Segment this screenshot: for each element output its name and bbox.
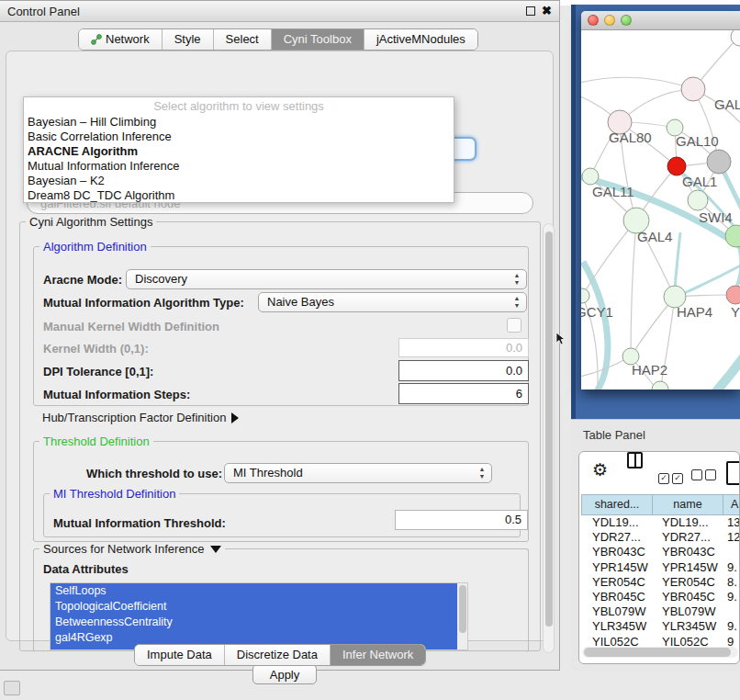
tab-label: Select bbox=[226, 29, 259, 50]
network-edge[interactable] bbox=[581, 77, 693, 89]
network-node[interactable] bbox=[688, 190, 708, 210]
network-edge[interactable] bbox=[582, 220, 636, 296]
node-label: HAP2 bbox=[632, 362, 667, 378]
checked-pair-icon[interactable]: ✓✓ bbox=[658, 468, 686, 484]
settings-scrollbar[interactable] bbox=[543, 223, 555, 653]
network-node[interactable] bbox=[581, 288, 589, 303]
table-row[interactable]: YDR27...YDR27...12 bbox=[581, 530, 740, 545]
table-row[interactable]: YDL19...YDL19...13 bbox=[581, 515, 740, 530]
algorithm-option[interactable]: Mutual Information Inference bbox=[24, 159, 454, 174]
algorithm-option[interactable]: Dream8 DC_TDC Algorithm bbox=[24, 188, 454, 203]
data-attribute-item[interactable]: SelfLoops bbox=[50, 583, 457, 599]
network-canvas[interactable]: GALGAL80GAL10GAL1GAL11SWI4GAL4GCY1HAP4YH… bbox=[581, 30, 740, 390]
tab-select[interactable]: Select bbox=[214, 29, 272, 50]
mac-zoom-button[interactable] bbox=[621, 15, 632, 26]
data-attributes-label: Data Attributes bbox=[43, 562, 129, 576]
apply-button[interactable]: Apply bbox=[252, 664, 317, 684]
mi-steps-label: Mutual Information Steps: bbox=[43, 388, 190, 401]
table-cell: 9. bbox=[723, 590, 740, 604]
mi-threshold-field[interactable]: 0.5 bbox=[395, 510, 528, 530]
cyni-algorithm-settings-group: Cyni Algorithm Settings Algorithm Defini… bbox=[19, 221, 541, 651]
table-cell bbox=[723, 604, 740, 619]
node-label: SWI4 bbox=[699, 209, 733, 225]
mi-type-select[interactable]: Naive Bayes ▲▼ bbox=[258, 292, 527, 312]
data-attribute-item[interactable]: TopologicalCoefficient bbox=[50, 599, 457, 615]
control-panel-title: Control Panel bbox=[7, 5, 80, 18]
list-scrollbar[interactable] bbox=[457, 583, 467, 649]
table-column-header[interactable]: shared... bbox=[581, 494, 653, 515]
table-header-row: shared...nameA bbox=[581, 494, 740, 515]
algorithm-option[interactable]: ARACNE Algorithm bbox=[24, 144, 454, 159]
table-cell: 13 bbox=[723, 515, 740, 530]
network-edge[interactable] bbox=[684, 352, 740, 390]
network-edge[interactable] bbox=[583, 262, 608, 390]
algorithm-option[interactable]: Bayesian – Hill Climbing bbox=[24, 115, 454, 130]
cyni-toolbox-panel: galFiltered.sif default node Select algo… bbox=[6, 51, 554, 641]
gear-icon[interactable]: ⚙ bbox=[592, 461, 608, 480]
network-edge[interactable] bbox=[631, 220, 636, 356]
hub-definition-toggle[interactable]: Hub/Transcription Factor Definition bbox=[42, 411, 239, 424]
sources-title[interactable]: Sources for Network Inference bbox=[39, 542, 225, 556]
mi-type-value: Naive Bayes bbox=[267, 295, 334, 309]
table-cell: YLR345W bbox=[581, 619, 653, 634]
data-attributes-list[interactable]: SelfLoopsTopologicalCoefficientBetweenne… bbox=[50, 582, 468, 650]
tab-style[interactable]: Style bbox=[163, 29, 214, 50]
network-window-titlebar bbox=[581, 11, 740, 30]
mouse-cursor bbox=[556, 333, 566, 346]
tab-network[interactable]: Network bbox=[79, 29, 163, 50]
tab-impute-data[interactable]: Impute Data bbox=[135, 645, 225, 665]
network-node[interactable] bbox=[681, 77, 705, 101]
kernel-width-field[interactable]: 0.0 bbox=[398, 338, 529, 357]
close-icon[interactable]: ✖ bbox=[542, 4, 552, 17]
data-attribute-item[interactable]: BetweennessCentrality bbox=[50, 615, 457, 630]
aracne-mode-select[interactable]: Discovery ▲▼ bbox=[126, 269, 527, 289]
table-row[interactable]: YBL079WYBL079W bbox=[581, 604, 740, 619]
tab-infer-network[interactable]: Infer Network bbox=[331, 645, 425, 665]
table-cell: YDL19... bbox=[653, 515, 723, 530]
window-grip-icon[interactable] bbox=[4, 681, 20, 695]
table-cell: YDR27... bbox=[653, 530, 723, 545]
algorithm-option[interactable]: Bayesian – K2 bbox=[24, 174, 454, 188]
network-node[interactable] bbox=[726, 286, 740, 304]
threshold-definition-title: Threshold Definition bbox=[39, 435, 153, 448]
table-row[interactable]: YER054CYER054C8. bbox=[581, 575, 740, 590]
document-icon[interactable] bbox=[726, 461, 740, 485]
stepper-arrows-icon: ▲▼ bbox=[511, 295, 522, 310]
mac-minimize-button[interactable] bbox=[604, 15, 615, 26]
application-window: Control Panel ✖ NetworkStyleSelectCyni T… bbox=[0, 0, 740, 700]
table-cell: 12 bbox=[723, 530, 740, 545]
columns-icon[interactable] bbox=[627, 452, 643, 469]
table-row[interactable]: YBR045CYBR045C9. bbox=[581, 590, 740, 604]
table-row[interactable]: YLR345WYLR345W9. bbox=[581, 619, 740, 634]
unchecked-pair-icon[interactable] bbox=[691, 468, 719, 484]
network-edge[interactable] bbox=[675, 232, 680, 289]
dpi-tolerance-field[interactable]: 0.0 bbox=[398, 360, 529, 381]
table-row[interactable]: YBR043CYBR043C bbox=[581, 545, 740, 559]
table-horizontal-scrollbar[interactable] bbox=[582, 647, 738, 658]
table-row[interactable]: YPR145WYPR145W9. bbox=[581, 560, 740, 575]
mi-steps-field[interactable]: 6 bbox=[398, 383, 529, 404]
tab-cyni-toolbox[interactable]: Cyni Toolbox bbox=[272, 29, 364, 50]
network-node[interactable] bbox=[582, 168, 599, 185]
network-node[interactable] bbox=[707, 150, 731, 174]
aracne-mode-value: Discovery bbox=[135, 272, 187, 286]
tab-label: Discretize Data bbox=[237, 645, 318, 665]
cyni-algorithm-settings-title: Cyni Algorithm Settings bbox=[26, 215, 156, 229]
control-panel: Control Panel ✖ NetworkStyleSelectCyni T… bbox=[0, 0, 560, 671]
tab-discretize-data[interactable]: Discretize Data bbox=[225, 645, 331, 665]
tab-label: Network bbox=[106, 29, 150, 50]
algorithm-definition-group: Algorithm Definition Aracne Mode: Discov… bbox=[33, 246, 529, 406]
kernel-width-label: Kernel Width (0,1): bbox=[43, 342, 149, 356]
network-node[interactable] bbox=[652, 381, 668, 390]
which-threshold-select[interactable]: MI Threshold ▲▼ bbox=[224, 463, 492, 483]
table-column-header[interactable]: A bbox=[723, 494, 740, 515]
table-column-header[interactable]: name bbox=[653, 494, 723, 515]
float-icon[interactable] bbox=[526, 6, 535, 16]
tab-jactivemnodules[interactable]: jActiveMNodules bbox=[364, 29, 477, 50]
tab-label: Impute Data bbox=[147, 645, 212, 665]
table-cell: 9. bbox=[723, 619, 740, 634]
network-node[interactable] bbox=[667, 157, 686, 175]
manual-kernel-checkbox[interactable] bbox=[507, 318, 521, 333]
algorithm-option[interactable]: Basic Correlation Inference bbox=[24, 130, 454, 144]
mac-close-button[interactable] bbox=[588, 15, 599, 26]
